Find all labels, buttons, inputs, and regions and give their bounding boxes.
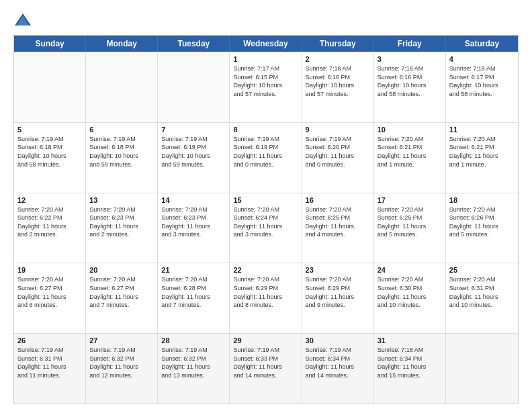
weekday-header-tuesday: Tuesday [158,36,230,52]
day-cell-17: 17Sunrise: 7:20 AM Sunset: 6:25 PM Dayli… [374,193,446,263]
day-cell-8: 8Sunrise: 7:19 AM Sunset: 6:19 PM Daylig… [230,123,302,193]
day-number: 26 [17,336,82,345]
day-cell-1: 1Sunrise: 7:17 AM Sunset: 6:15 PM Daylig… [230,52,302,122]
day-number: 13 [89,196,154,204]
day-cell-20: 20Sunrise: 7:20 AM Sunset: 6:27 PM Dayli… [86,263,158,333]
day-number: 1 [233,55,298,63]
day-cell-3: 3Sunrise: 7:18 AM Sunset: 6:16 PM Daylig… [374,52,446,122]
day-info: Sunrise: 7:18 AM Sunset: 6:16 PM Dayligh… [378,64,442,98]
day-cell-29: 29Sunrise: 7:19 AM Sunset: 6:33 PM Dayli… [230,334,302,404]
day-number: 20 [89,266,154,274]
day-info: Sunrise: 7:20 AM Sunset: 6:29 PM Dayligh… [233,275,298,309]
calendar-row-5: 26Sunrise: 7:19 AM Sunset: 6:31 PM Dayli… [14,333,518,404]
day-cell-6: 6Sunrise: 7:19 AM Sunset: 6:18 PM Daylig… [86,123,158,193]
day-number: 4 [449,55,515,63]
day-number: 6 [89,126,154,134]
day-number: 10 [378,126,442,134]
day-cell-12: 12Sunrise: 7:20 AM Sunset: 6:22 PM Dayli… [14,193,86,263]
day-number: 29 [233,336,298,345]
day-number: 19 [17,266,82,274]
day-cell-2: 2Sunrise: 7:18 AM Sunset: 6:16 PM Daylig… [302,52,374,122]
day-number: 8 [233,126,298,134]
day-number: 3 [378,55,442,63]
day-info: Sunrise: 7:20 AM Sunset: 6:26 PM Dayligh… [449,205,515,239]
day-info: Sunrise: 7:20 AM Sunset: 6:29 PM Dayligh… [306,275,370,309]
day-cell-13: 13Sunrise: 7:20 AM Sunset: 6:23 PM Dayli… [86,193,158,263]
calendar-row-3: 12Sunrise: 7:20 AM Sunset: 6:22 PM Dayli… [14,193,518,263]
calendar-row-1: 1Sunrise: 7:17 AM Sunset: 6:15 PM Daylig… [14,52,518,122]
day-cell-27: 27Sunrise: 7:19 AM Sunset: 6:32 PM Dayli… [86,334,158,404]
day-number: 24 [378,266,442,274]
day-cell-23: 23Sunrise: 7:20 AM Sunset: 6:29 PM Dayli… [302,263,374,333]
day-number: 11 [449,126,515,134]
day-info: Sunrise: 7:19 AM Sunset: 6:18 PM Dayligh… [17,135,82,169]
day-info: Sunrise: 7:19 AM Sunset: 6:19 PM Dayligh… [233,135,298,169]
day-cell-11: 11Sunrise: 7:20 AM Sunset: 6:21 PM Dayli… [446,123,518,193]
day-cell-28: 28Sunrise: 7:19 AM Sunset: 6:32 PM Dayli… [158,334,230,404]
day-info: Sunrise: 7:20 AM Sunset: 6:22 PM Dayligh… [17,205,82,239]
day-number: 25 [449,266,515,274]
day-number: 15 [233,196,298,204]
page: SundayMondayTuesdayWednesdayThursdayFrid… [0,0,532,411]
day-info: Sunrise: 7:18 AM Sunset: 6:17 PM Dayligh… [449,64,515,98]
day-number: 22 [233,266,298,274]
day-info: Sunrise: 7:20 AM Sunset: 6:31 PM Dayligh… [449,275,515,309]
day-number: 18 [449,196,515,204]
day-info: Sunrise: 7:19 AM Sunset: 6:18 PM Dayligh… [89,135,154,169]
day-number: 30 [306,336,370,345]
weekday-header-wednesday: Wednesday [230,36,302,52]
empty-cell-4-6 [446,334,518,404]
day-cell-15: 15Sunrise: 7:20 AM Sunset: 6:24 PM Dayli… [230,193,302,263]
day-cell-21: 21Sunrise: 7:20 AM Sunset: 6:28 PM Dayli… [158,263,230,333]
logo-icon [13,11,32,30]
weekday-header-thursday: Thursday [302,36,374,52]
logo [13,11,35,30]
day-info: Sunrise: 7:20 AM Sunset: 6:21 PM Dayligh… [449,135,515,169]
weekday-header-saturday: Saturday [446,36,518,52]
day-number: 27 [89,336,154,345]
day-info: Sunrise: 7:20 AM Sunset: 6:21 PM Dayligh… [378,135,442,169]
day-info: Sunrise: 7:20 AM Sunset: 6:24 PM Dayligh… [233,205,298,239]
day-number: 2 [306,55,370,63]
day-number: 9 [306,126,370,134]
day-info: Sunrise: 7:19 AM Sunset: 6:20 PM Dayligh… [306,135,370,169]
calendar: SundayMondayTuesdayWednesdayThursdayFrid… [13,35,519,404]
day-info: Sunrise: 7:20 AM Sunset: 6:25 PM Dayligh… [378,205,442,239]
calendar-header: SundayMondayTuesdayWednesdayThursdayFrid… [14,36,518,52]
day-cell-9: 9Sunrise: 7:19 AM Sunset: 6:20 PM Daylig… [302,123,374,193]
day-cell-30: 30Sunrise: 7:19 AM Sunset: 6:34 PM Dayli… [302,334,374,404]
calendar-row-4: 19Sunrise: 7:20 AM Sunset: 6:27 PM Dayli… [14,263,518,333]
day-info: Sunrise: 7:20 AM Sunset: 6:23 PM Dayligh… [161,205,226,239]
day-info: Sunrise: 7:20 AM Sunset: 6:28 PM Dayligh… [161,275,226,309]
day-info: Sunrise: 7:19 AM Sunset: 6:19 PM Dayligh… [161,135,226,169]
day-info: Sunrise: 7:20 AM Sunset: 6:27 PM Dayligh… [89,275,154,309]
day-cell-10: 10Sunrise: 7:20 AM Sunset: 6:21 PM Dayli… [374,123,446,193]
day-number: 17 [378,196,442,204]
day-info: Sunrise: 7:19 AM Sunset: 6:31 PM Dayligh… [17,346,82,379]
day-info: Sunrise: 7:19 AM Sunset: 6:32 PM Dayligh… [161,346,226,379]
day-cell-14: 14Sunrise: 7:20 AM Sunset: 6:23 PM Dayli… [158,193,230,263]
day-number: 16 [306,196,370,204]
day-number: 12 [17,196,82,204]
day-info: Sunrise: 7:20 AM Sunset: 6:23 PM Dayligh… [89,205,154,239]
day-number: 5 [17,126,82,134]
day-number: 23 [306,266,370,274]
empty-cell-0-0 [14,52,86,122]
empty-cell-0-2 [158,52,230,122]
day-number: 21 [161,266,226,274]
day-info: Sunrise: 7:18 AM Sunset: 6:34 PM Dayligh… [378,346,442,379]
day-info: Sunrise: 7:17 AM Sunset: 6:15 PM Dayligh… [233,64,298,98]
day-info: Sunrise: 7:18 AM Sunset: 6:16 PM Dayligh… [306,64,370,98]
header [13,11,519,30]
day-cell-4: 4Sunrise: 7:18 AM Sunset: 6:17 PM Daylig… [446,52,518,122]
day-cell-31: 31Sunrise: 7:18 AM Sunset: 6:34 PM Dayli… [374,334,446,404]
day-number: 14 [161,196,226,204]
day-cell-24: 24Sunrise: 7:20 AM Sunset: 6:30 PM Dayli… [374,263,446,333]
day-info: Sunrise: 7:20 AM Sunset: 6:25 PM Dayligh… [306,205,370,239]
calendar-row-2: 5Sunrise: 7:19 AM Sunset: 6:18 PM Daylig… [14,122,518,193]
day-cell-7: 7Sunrise: 7:19 AM Sunset: 6:19 PM Daylig… [158,123,230,193]
day-cell-5: 5Sunrise: 7:19 AM Sunset: 6:18 PM Daylig… [14,123,86,193]
calendar-body: 1Sunrise: 7:17 AM Sunset: 6:15 PM Daylig… [14,52,518,404]
day-info: Sunrise: 7:20 AM Sunset: 6:27 PM Dayligh… [17,275,82,309]
day-cell-18: 18Sunrise: 7:20 AM Sunset: 6:26 PM Dayli… [446,193,518,263]
